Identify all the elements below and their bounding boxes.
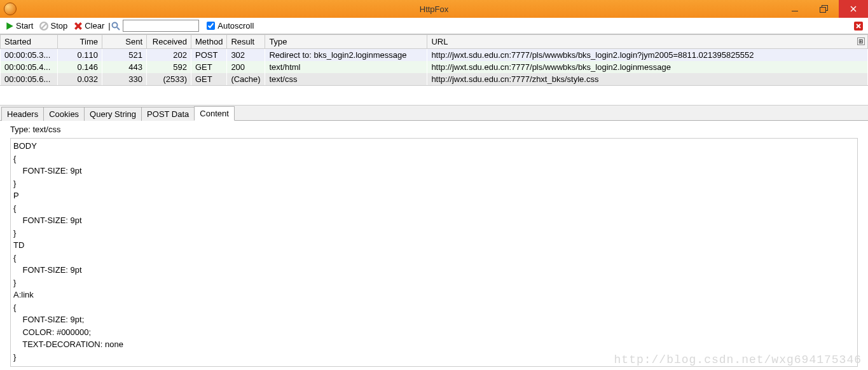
- autoscroll-input[interactable]: [207, 22, 215, 30]
- close-button[interactable]: [839, 0, 868, 18]
- cell-url: http://jwxt.sdu.edu.cn:7777/zhxt_bks/sty…: [427, 73, 868, 85]
- titlebar: HttpFox: [0, 0, 868, 18]
- svg-line-4: [42, 24, 46, 28]
- minimize-button[interactable]: [780, 0, 809, 18]
- cell-started: 00:00:05.6...: [1, 73, 58, 85]
- cell-received: 592: [147, 61, 191, 73]
- th-received[interactable]: Received: [147, 35, 191, 49]
- th-result[interactable]: Result: [227, 35, 265, 49]
- svg-point-7: [113, 22, 118, 27]
- panel-close-button[interactable]: [854, 22, 863, 31]
- tab-content[interactable]: Content: [194, 106, 235, 121]
- cell-started: 00:00:05.4...: [1, 61, 58, 73]
- cell-url: http://jwxt.sdu.edu.cn:7777/pls/wwwbks/b…: [427, 49, 868, 62]
- table-row[interactable]: 00:00:05.6...0.032330(2533)GET(Cache)tex…: [1, 73, 868, 85]
- th-url[interactable]: URL⊞: [427, 35, 868, 49]
- cell-result: (Cache): [227, 73, 265, 85]
- cell-time: 0.146: [58, 61, 102, 73]
- svg-marker-2: [6, 22, 13, 30]
- th-started[interactable]: Started: [1, 35, 58, 49]
- cell-sent: 330: [102, 73, 147, 85]
- cell-sent: 521: [102, 49, 147, 62]
- cell-result: 200: [227, 61, 265, 73]
- content-body[interactable]: BODY { FONT-SIZE: 9pt } P { FONT-SIZE: 9…: [10, 138, 858, 367]
- columns-icon[interactable]: ⊞: [857, 38, 865, 45]
- window-buttons: [780, 0, 868, 18]
- cell-time: 0.110: [58, 49, 102, 62]
- toolbar-separator: |: [108, 21, 110, 31]
- window-title: HttpFox: [420, 4, 449, 14]
- toolbar: Start Stop Clear | Autoscroll: [0, 18, 868, 34]
- autoscroll-label: Autoscroll: [217, 21, 254, 31]
- table-row[interactable]: 00:00:05.3...0.110521202POST302Redirect …: [1, 49, 868, 62]
- autoscroll-checkbox[interactable]: Autoscroll: [207, 21, 254, 31]
- play-icon: [5, 22, 14, 31]
- svg-line-8: [117, 27, 120, 30]
- table-gap: [0, 85, 868, 106]
- cell-sent: 443: [102, 61, 147, 73]
- tab-cookies[interactable]: Cookies: [43, 107, 85, 121]
- table-row[interactable]: 00:00:05.4...0.146443592GET200text/htmlh…: [1, 61, 868, 73]
- cell-time: 0.032: [58, 73, 102, 85]
- tab-headers[interactable]: Headers: [1, 107, 44, 121]
- request-table: Started Time Sent Received Method Result…: [0, 34, 868, 85]
- clear-button[interactable]: Clear: [71, 20, 107, 32]
- cell-method: POST: [191, 49, 227, 62]
- table-header-row: Started Time Sent Received Method Result…: [1, 35, 868, 49]
- clear-label: Clear: [85, 21, 104, 31]
- cell-received: 202: [147, 49, 191, 62]
- detail-tabs: HeadersCookiesQuery StringPOST DataConte…: [0, 106, 868, 121]
- close-icon: [854, 22, 863, 31]
- maximize-button[interactable]: [809, 0, 839, 18]
- cell-type: text/css: [265, 73, 427, 85]
- cell-url: http://jwxt.sdu.edu.cn:7777/pls/wwwbks/b…: [427, 61, 868, 73]
- tab-query-string[interactable]: Query String: [84, 107, 142, 121]
- cell-method: GET: [191, 61, 227, 73]
- th-sent[interactable]: Sent: [102, 35, 147, 49]
- content-type-line: Type: text/css: [0, 121, 868, 138]
- cell-received: (2533): [147, 73, 191, 85]
- cell-method: GET: [191, 73, 227, 85]
- clear-icon: [74, 22, 83, 31]
- search-input[interactable]: [123, 20, 199, 32]
- start-button[interactable]: Start: [3, 20, 36, 32]
- start-label: Start: [16, 21, 33, 31]
- stop-label: Stop: [50, 21, 67, 31]
- th-method[interactable]: Method: [191, 35, 227, 49]
- cell-started: 00:00:05.3...: [1, 49, 58, 62]
- firefox-icon: [4, 3, 17, 15]
- tab-post-data[interactable]: POST Data: [141, 107, 195, 121]
- search-icon: [111, 22, 120, 31]
- th-time[interactable]: Time: [58, 35, 102, 49]
- cell-type: Redirect to: bks_login2.loginmessage: [265, 49, 427, 62]
- cell-type: text/html: [265, 61, 427, 73]
- cell-result: 302: [227, 49, 265, 62]
- th-type[interactable]: Type: [265, 35, 427, 49]
- stop-icon: [39, 22, 48, 31]
- stop-button[interactable]: Stop: [37, 20, 70, 32]
